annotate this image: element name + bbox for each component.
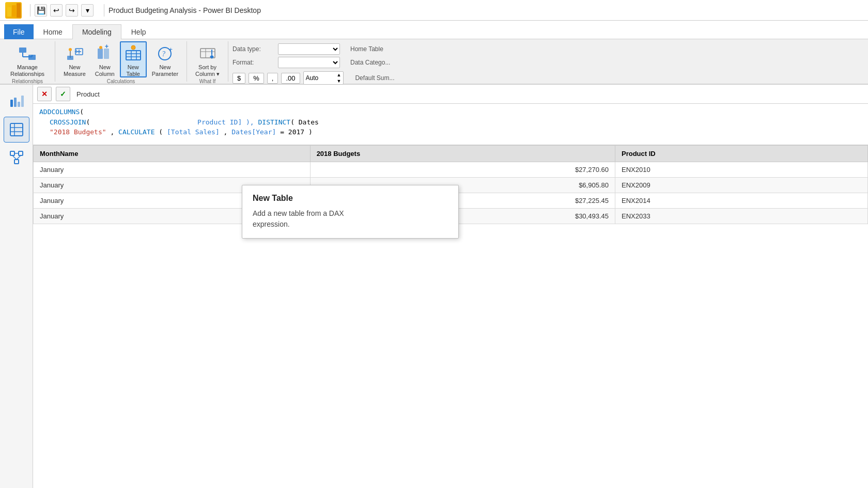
data-type-row: Data type: bbox=[233, 43, 340, 55]
default-sum-label: Default Sum... bbox=[355, 74, 394, 82]
svg-point-8 bbox=[69, 48, 72, 51]
crossjoin-keyword: CROSSJOIN bbox=[50, 118, 86, 126]
new-parameter-label: New Parameter bbox=[152, 64, 178, 77]
sidebar-item-data[interactable] bbox=[4, 117, 29, 143]
svg-rect-40 bbox=[10, 151, 14, 155]
manage-relationships-label: Manage Relationships bbox=[10, 64, 44, 77]
ribbon-group-calculations: + New Measure + bbox=[55, 41, 187, 82]
quick-access-dropdown[interactable]: ▾ bbox=[81, 4, 94, 17]
formatting-items: Data type: Home Table Format: Da bbox=[233, 41, 394, 87]
comma-button[interactable]: , bbox=[267, 73, 278, 84]
table-row: January $27,270.60 ENX2010 bbox=[34, 162, 868, 178]
new-table-button[interactable]: New Table bbox=[120, 41, 147, 77]
tab-modeling[interactable]: Modeling bbox=[72, 24, 121, 39]
calculations-group-label: Calculations bbox=[59, 77, 182, 85]
svg-rect-36 bbox=[10, 123, 23, 136]
formula-input[interactable] bbox=[120, 90, 864, 98]
sort-by-column-button[interactable]: Sort by Column ▾ bbox=[191, 41, 224, 77]
svg-rect-20 bbox=[126, 51, 141, 60]
svg-rect-41 bbox=[19, 151, 23, 155]
new-measure-icon: + bbox=[65, 44, 84, 63]
content-area: ✕ ✓ Product ADDCOLUMNS( CROSSJOIN( Produ… bbox=[33, 85, 868, 488]
main-area: ✕ ✓ Product ADDCOLUMNS( CROSSJOIN( Produ… bbox=[0, 85, 868, 488]
confirm-button[interactable]: ✓ bbox=[56, 87, 70, 101]
new-column-icon: + bbox=[96, 44, 114, 63]
cell-product: ENX2014 bbox=[615, 193, 867, 209]
window-title: Product Budgeting Analysis - Power BI De… bbox=[109, 6, 261, 14]
new-measure-button[interactable]: + New Measure bbox=[59, 41, 90, 77]
svg-rect-32 bbox=[10, 100, 13, 107]
svg-rect-42 bbox=[14, 160, 19, 164]
calculations-items: + New Measure + bbox=[59, 41, 182, 77]
sidebar bbox=[0, 85, 33, 488]
col-header-budgets: 2018 Budgets bbox=[310, 146, 615, 162]
svg-text:+: + bbox=[169, 46, 173, 53]
manage-relationships-icon bbox=[18, 44, 37, 63]
increment-button[interactable]: ▲ bbox=[335, 72, 344, 78]
sidebar-item-model[interactable] bbox=[4, 145, 29, 170]
decrement-button[interactable]: ▼ bbox=[335, 78, 344, 84]
data-type-dropdown[interactable] bbox=[278, 43, 340, 55]
new-measure-label: New Measure bbox=[64, 64, 86, 77]
formula-line2: CROSSJOIN( Product ID] ), DISTINCT( Date… bbox=[39, 117, 862, 128]
svg-point-17 bbox=[99, 46, 102, 49]
sort-by-column-label: Sort by Column ▾ bbox=[195, 64, 220, 77]
svg-rect-15 bbox=[98, 49, 103, 59]
decimal-button[interactable]: .00 bbox=[281, 73, 300, 84]
auto-input[interactable] bbox=[304, 73, 335, 83]
svg-rect-10 bbox=[67, 56, 73, 60]
svg-rect-1 bbox=[12, 5, 16, 17]
report-icon bbox=[9, 95, 24, 109]
data-type-label: Data type: bbox=[233, 45, 274, 53]
formula-bar: ✕ ✓ Product bbox=[33, 85, 868, 104]
cell-month: January bbox=[34, 162, 311, 178]
svg-rect-33 bbox=[14, 98, 17, 107]
home-table-row: Home Table bbox=[350, 45, 383, 53]
col-header-month: MonthName bbox=[34, 146, 311, 162]
svg-rect-34 bbox=[18, 102, 20, 107]
tab-file[interactable]: File bbox=[4, 24, 34, 39]
svg-rect-16 bbox=[104, 49, 109, 59]
cell-product: ENX2010 bbox=[615, 162, 867, 178]
tab-help[interactable]: Help bbox=[121, 24, 156, 39]
tooltip-box: New Table Add a new table from a DAX exp… bbox=[242, 185, 459, 239]
formula-table-label: Product bbox=[74, 90, 116, 98]
new-table-icon bbox=[124, 44, 143, 63]
cancel-button[interactable]: ✕ bbox=[37, 87, 52, 101]
save-button[interactable]: 💾 bbox=[35, 4, 47, 17]
ribbon-group-formatting: Data type: Home Table Format: Da bbox=[228, 41, 868, 82]
new-column-button[interactable]: + New Column bbox=[91, 41, 119, 77]
relationships-group-label: Relationships bbox=[4, 77, 51, 85]
title-sep2 bbox=[104, 4, 104, 17]
tooltip-title: New Table bbox=[253, 194, 448, 203]
new-parameter-icon: ? + bbox=[156, 44, 174, 63]
cell-product: ENX2033 bbox=[615, 209, 867, 224]
tooltip-description: Add a new table from a DAX expression. bbox=[253, 208, 448, 230]
svg-rect-35 bbox=[21, 96, 24, 107]
sidebar-item-report[interactable] bbox=[4, 89, 29, 115]
svg-text:?: ? bbox=[162, 50, 165, 58]
svg-text:+: + bbox=[105, 44, 109, 50]
title-controls: 💾 ↩ ↪ ▾ bbox=[35, 4, 94, 17]
tab-home[interactable]: Home bbox=[34, 24, 72, 39]
col-header-product: Product ID bbox=[615, 146, 867, 162]
percent-button[interactable]: % bbox=[249, 73, 264, 84]
ribbon-toolbar: Manage Relationships Relationships + bbox=[0, 39, 868, 85]
svg-rect-0 bbox=[7, 7, 11, 17]
new-parameter-button[interactable]: ? + New Parameter bbox=[148, 41, 182, 77]
app-logo bbox=[5, 2, 22, 19]
data-category-label: Data Catego... bbox=[350, 59, 390, 66]
format-dropdown[interactable] bbox=[278, 57, 340, 68]
currency-button[interactable]: $ bbox=[233, 73, 245, 84]
svg-line-44 bbox=[12, 155, 17, 160]
format-label: Format: bbox=[233, 59, 274, 66]
ribbon-group-whatif: Sort by Column ▾ What If bbox=[187, 41, 228, 82]
ribbon-tabs: File Home Modeling Help bbox=[0, 21, 868, 39]
sort-by-column-icon bbox=[198, 44, 217, 63]
redo-button[interactable]: ↪ bbox=[66, 4, 78, 17]
title-separator bbox=[30, 4, 30, 17]
undo-button[interactable]: ↩ bbox=[50, 4, 63, 17]
manage-relationships-button[interactable]: Manage Relationships bbox=[4, 41, 51, 77]
whatif-items: Sort by Column ▾ bbox=[191, 41, 224, 77]
new-column-label: New Column bbox=[95, 64, 115, 77]
